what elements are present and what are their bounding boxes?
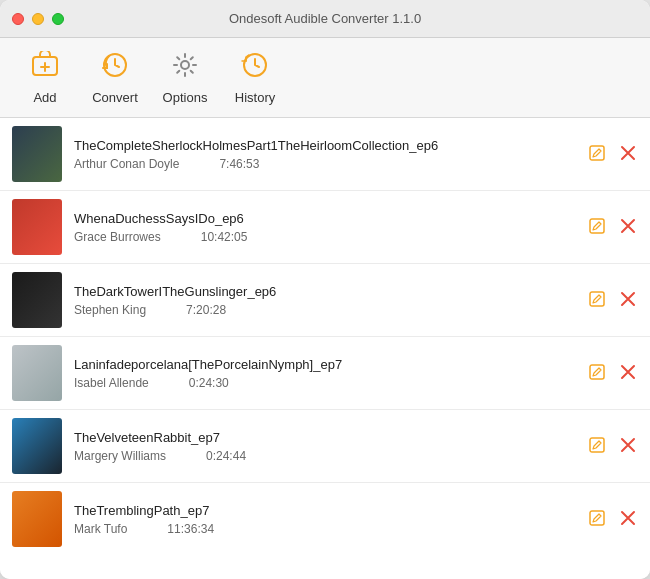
book-title: WhenaDuchessSaysIDo_ep6 <box>74 211 586 226</box>
book-cover <box>12 491 62 547</box>
history-label: History <box>235 90 275 105</box>
delete-button[interactable] <box>618 508 638 531</box>
history-icon <box>241 51 269 86</box>
book-row: WhenaDuchessSaysIDo_ep6Grace Burrowes10:… <box>0 191 650 264</box>
book-author: Margery Williams <box>74 449 166 463</box>
book-author: Isabel Allende <box>74 376 149 390</box>
edit-button[interactable] <box>586 434 608 459</box>
book-meta: Stephen King7:20:28 <box>74 303 586 317</box>
convert-button[interactable]: Convert <box>80 43 150 113</box>
svg-rect-7 <box>590 365 604 379</box>
book-row: TheVelveteenRabbit_ep7Margery Williams0:… <box>0 410 650 483</box>
book-title: TheVelveteenRabbit_ep7 <box>74 430 586 445</box>
book-row: TheDarkTowerITheGunslinger_ep6Stephen Ki… <box>0 264 650 337</box>
svg-rect-5 <box>590 219 604 233</box>
book-duration: 11:36:34 <box>167 522 214 536</box>
book-row: Laninfadeporcelana[ThePorcelainNymph]_ep… <box>0 337 650 410</box>
book-actions <box>586 288 638 313</box>
book-author: Arthur Conan Doyle <box>74 157 179 171</box>
book-actions <box>586 434 638 459</box>
edit-button[interactable] <box>586 288 608 313</box>
traffic-lights <box>12 13 64 25</box>
options-icon <box>171 51 199 86</box>
book-duration: 0:24:30 <box>189 376 229 390</box>
delete-button[interactable] <box>618 435 638 458</box>
book-title: Laninfadeporcelana[ThePorcelainNymph]_ep… <box>74 357 586 372</box>
edit-button[interactable] <box>586 361 608 386</box>
svg-rect-6 <box>590 292 604 306</box>
book-cover <box>12 126 62 182</box>
book-row: TheCompleteSherlockHolmesPart1TheHeirloo… <box>0 118 650 191</box>
delete-button[interactable] <box>618 362 638 385</box>
book-author: Mark Tufo <box>74 522 127 536</box>
book-author: Grace Burrowes <box>74 230 161 244</box>
edit-button[interactable] <box>586 507 608 532</box>
book-duration: 7:46:53 <box>219 157 259 171</box>
convert-icon <box>101 51 129 86</box>
svg-point-2 <box>181 61 189 69</box>
add-button[interactable]: Add <box>10 43 80 113</box>
svg-rect-8 <box>590 438 604 452</box>
book-duration: 0:24:44 <box>206 449 246 463</box>
book-actions <box>586 215 638 240</box>
book-meta: Margery Williams0:24:44 <box>74 449 586 463</box>
book-info: Laninfadeporcelana[ThePorcelainNymph]_ep… <box>74 357 586 390</box>
svg-rect-4 <box>590 146 604 160</box>
book-cover <box>12 199 62 255</box>
book-meta: Isabel Allende0:24:30 <box>74 376 586 390</box>
app-window: Ondesoft Audible Converter 1.1.0 Add <box>0 0 650 579</box>
book-row: TheTremblingPath_ep7Mark Tufo11:36:34 <box>0 483 650 555</box>
book-info: TheCompleteSherlockHolmesPart1TheHeirloo… <box>74 138 586 171</box>
book-title: TheDarkTowerITheGunslinger_ep6 <box>74 284 586 299</box>
edit-button[interactable] <box>586 142 608 167</box>
book-info: TheDarkTowerITheGunslinger_ep6Stephen Ki… <box>74 284 586 317</box>
book-actions <box>586 361 638 386</box>
maximize-button[interactable] <box>52 13 64 25</box>
delete-button[interactable] <box>618 289 638 312</box>
book-cover <box>12 272 62 328</box>
book-meta: Arthur Conan Doyle7:46:53 <box>74 157 586 171</box>
book-info: WhenaDuchessSaysIDo_ep6Grace Burrowes10:… <box>74 211 586 244</box>
add-icon <box>31 51 59 86</box>
book-list: TheCompleteSherlockHolmesPart1TheHeirloo… <box>0 118 650 579</box>
book-cover <box>12 345 62 401</box>
book-meta: Grace Burrowes10:42:05 <box>74 230 586 244</box>
edit-button[interactable] <box>586 215 608 240</box>
window-title: Ondesoft Audible Converter 1.1.0 <box>229 11 421 26</box>
title-bar: Ondesoft Audible Converter 1.1.0 <box>0 0 650 38</box>
book-meta: Mark Tufo11:36:34 <box>74 522 586 536</box>
book-info: TheVelveteenRabbit_ep7Margery Williams0:… <box>74 430 586 463</box>
book-cover <box>12 418 62 474</box>
toolbar: Add Convert Options <box>0 38 650 118</box>
options-label: Options <box>163 90 208 105</box>
book-actions <box>586 142 638 167</box>
history-button[interactable]: History <box>220 43 290 113</box>
book-info: TheTremblingPath_ep7Mark Tufo11:36:34 <box>74 503 586 536</box>
delete-button[interactable] <box>618 143 638 166</box>
add-label: Add <box>33 90 56 105</box>
book-title: TheCompleteSherlockHolmesPart1TheHeirloo… <box>74 138 586 153</box>
convert-label: Convert <box>92 90 138 105</box>
book-duration: 7:20:28 <box>186 303 226 317</box>
delete-button[interactable] <box>618 216 638 239</box>
book-title: TheTremblingPath_ep7 <box>74 503 586 518</box>
book-actions <box>586 507 638 532</box>
close-button[interactable] <box>12 13 24 25</box>
book-duration: 10:42:05 <box>201 230 248 244</box>
book-author: Stephen King <box>74 303 146 317</box>
svg-rect-9 <box>590 511 604 525</box>
options-button[interactable]: Options <box>150 43 220 113</box>
minimize-button[interactable] <box>32 13 44 25</box>
